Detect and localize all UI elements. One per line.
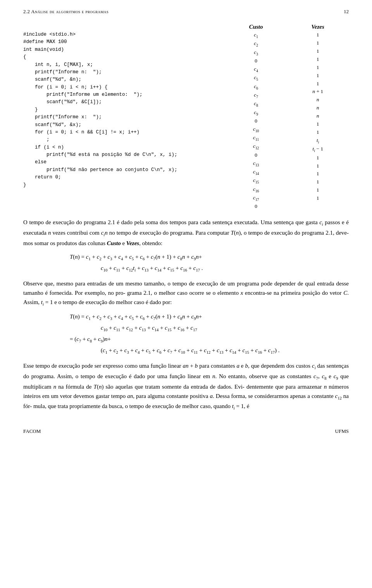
cost-row-12: c10 <box>225 125 287 134</box>
formula-1: T(n) = c1 + c2 + c3 + c4 + c5 + c6 + c7(… <box>70 252 349 274</box>
times-row-12: 1 <box>287 120 349 128</box>
times-row-1: 1 <box>287 31 349 39</box>
cost-row-10: c9 <box>225 109 287 117</box>
times-row-17: 1 <box>287 162 349 170</box>
footer-left: FACOM <box>23 427 41 435</box>
formula-2-line-4: (c1 + c2 + c3 + c4 + c5 + c6 + c7 + c10 … <box>101 345 349 356</box>
times-row-3: 1 <box>287 47 349 55</box>
body-paragraph-2: Observe que, mesmo para entradas de um m… <box>23 279 349 308</box>
formula-2-line-3: = (c7 + c8 + c9)n+ <box>70 334 349 345</box>
times-values: 1 1 1 1 1 1 1 n + 1 n n n 1 1 ti <box>287 31 349 202</box>
cost-row-8: c7 <box>225 91 287 100</box>
body-paragraph-1: O tempo de execução do programa 2.1 é da… <box>23 218 349 248</box>
cost-row-1: c1 <box>225 31 287 40</box>
page-number: 12 <box>344 8 349 16</box>
page-header: 2.2 Análise de algoritmos e programas 12 <box>23 8 349 16</box>
page-footer: FACOM UFMS <box>23 427 349 435</box>
cost-row-5: c4 <box>225 65 287 74</box>
times-row-5: 1 <box>287 64 349 72</box>
times-row-9: n <box>287 96 349 104</box>
cost-row-2: c2 <box>225 40 287 48</box>
times-row-4: 1 <box>287 55 349 64</box>
cost-row-19: c16 <box>225 185 287 194</box>
cost-row-13: c11 <box>225 134 287 142</box>
times-row-20: 1 <box>287 186 349 194</box>
times-row-7: 1 <box>287 80 349 88</box>
chapter-title: 2.2 Análise de algoritmos e programas <box>23 8 108 16</box>
cost-row-4: 0 <box>225 57 287 65</box>
code-column: #include <stdio.h> #define MAX 100 int m… <box>23 31 225 211</box>
times-row-19: 1 <box>287 178 349 186</box>
formula-2-line-2: c10 + c11 + c12 + c13 + c14 + c15 + c16 … <box>101 323 349 334</box>
times-row-6: 1 <box>287 72 349 80</box>
times-row-15: ti − 1 <box>287 145 349 154</box>
footer-right: UFMS <box>335 427 349 435</box>
cost-values: c1 c2 c3 0 c4 c5 c6 c7 c8 c9 0 c10 c11 c… <box>225 31 287 211</box>
times-row-2: 1 <box>287 39 349 47</box>
cost-row-15: 0 <box>225 151 287 159</box>
times-header: Vezes <box>287 22 349 31</box>
times-row-16: 1 <box>287 154 349 162</box>
cost-row-21: 0 <box>225 202 287 211</box>
cost-row-14: c12 <box>225 142 287 151</box>
times-row-14: ti <box>287 137 349 145</box>
code-table: Custo Vezes #include <stdio.h> #define M… <box>23 22 349 211</box>
times-column: 1 1 1 1 1 1 1 n + 1 n n n 1 1 ti <box>287 31 349 211</box>
times-row-13: 1 <box>287 128 349 137</box>
cost-row-18: c15 <box>225 176 287 185</box>
cost-row-17: c14 <box>225 168 287 176</box>
cost-column: c1 c2 c3 0 c4 c5 c6 c7 c8 c9 0 c10 c11 c… <box>225 31 287 211</box>
times-row-8: n + 1 <box>287 88 349 96</box>
formula-1-line-2: c10 + c11 + c12ti + c13 + c14 + c15 + c1… <box>101 263 349 274</box>
times-row-10: n <box>287 104 349 112</box>
cost-header: Custo <box>225 22 287 31</box>
body-paragraph-3: Esse tempo de execução pode ser expresso… <box>23 361 349 412</box>
cost-row-7: c6 <box>225 83 287 91</box>
times-row-18: 1 <box>287 170 349 178</box>
cost-row-3: c3 <box>225 48 287 57</box>
code-block: #include <stdio.h> #define MAX 100 int m… <box>23 31 225 189</box>
cost-row-6: c5 <box>225 74 287 82</box>
formula-2: T(n) = c1 + c2 + c3 + c4 + c5 + c6 + c7(… <box>70 311 349 356</box>
times-row-21: 1 <box>287 194 349 202</box>
code-section: Custo Vezes #include <stdio.h> #define M… <box>23 22 349 211</box>
times-row-11: n <box>287 112 349 120</box>
cost-row-16: c13 <box>225 159 287 168</box>
cost-row-11: 0 <box>225 117 287 125</box>
cost-row-20: c17 <box>225 194 287 202</box>
formula-2-line-1: T(n) = c1 + c2 + c3 + c4 + c5 + c6 + c7(… <box>70 311 349 323</box>
cost-row-9: c8 <box>225 100 287 108</box>
formula-1-line-1: T(n) = c1 + c2 + c3 + c4 + c5 + c6 + c7(… <box>70 252 349 263</box>
